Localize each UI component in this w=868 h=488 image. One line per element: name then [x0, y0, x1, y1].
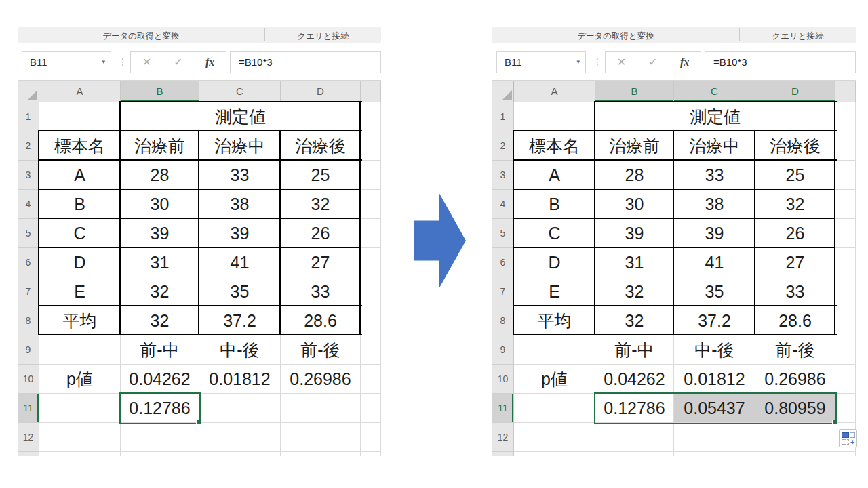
cell-C4[interactable]: 38: [674, 190, 755, 219]
cell-B13-partial[interactable]: [121, 452, 199, 456]
cell-A10[interactable]: p値: [39, 365, 121, 394]
row-header-11[interactable]: 11: [18, 394, 39, 423]
cell-A3[interactable]: A: [514, 161, 595, 190]
cell-E7[interactable]: [835, 277, 856, 306]
row-header-6[interactable]: 6: [492, 248, 514, 277]
cell-A8[interactable]: 平均: [514, 306, 595, 336]
cell-B5[interactable]: 39: [121, 219, 199, 248]
cell-B3[interactable]: 28: [121, 161, 199, 190]
cancel-icon[interactable]: ✕: [142, 56, 151, 68]
cancel-icon[interactable]: ✕: [617, 56, 626, 68]
cell-D2[interactable]: 治療後: [281, 131, 361, 161]
chevron-down-icon[interactable]: ▾: [576, 52, 580, 73]
cell-B1-D1-merged[interactable]: 測定値: [121, 102, 361, 131]
cell-C4[interactable]: 38: [199, 190, 281, 219]
cell-B6[interactable]: 31: [121, 248, 199, 277]
column-header-E-partial[interactable]: [835, 81, 856, 102]
cell-E2[interactable]: [361, 131, 381, 161]
cell-A13-partial[interactable]: [514, 452, 595, 456]
cell-D9[interactable]: 前-後: [281, 336, 361, 365]
cell-E8[interactable]: [835, 306, 856, 336]
row-header-5[interactable]: 5: [492, 219, 514, 248]
cell-C3[interactable]: 33: [199, 161, 281, 190]
cell-C11-selected[interactable]: 0.05437: [674, 394, 755, 423]
column-header-D[interactable]: D: [281, 81, 361, 102]
cell-E1[interactable]: [361, 102, 381, 131]
cell-D12[interactable]: [281, 423, 361, 452]
cell-B10[interactable]: 0.04262: [595, 365, 674, 394]
cell-D3[interactable]: 25: [281, 161, 361, 190]
row-header-1[interactable]: 1: [18, 102, 39, 131]
cell-A3[interactable]: A: [39, 161, 121, 190]
cell-E2[interactable]: [835, 131, 856, 161]
cell-B8[interactable]: 32: [121, 306, 199, 336]
row-header-5[interactable]: 5: [18, 219, 39, 248]
row-header-8[interactable]: 8: [18, 306, 39, 336]
cell-D4[interactable]: 32: [755, 190, 835, 219]
insert-function-icon[interactable]: fx: [205, 56, 214, 68]
enter-icon[interactable]: ✓: [174, 56, 182, 68]
cell-E13-partial[interactable]: [361, 452, 381, 456]
cell-C10[interactable]: 0.01812: [674, 365, 755, 394]
column-header-B[interactable]: B: [595, 81, 674, 102]
column-header-D[interactable]: D: [755, 81, 835, 102]
cell-B12[interactable]: [595, 423, 674, 452]
cell-A11[interactable]: [39, 394, 121, 423]
name-box[interactable]: B11▾: [22, 51, 111, 73]
cell-B3[interactable]: 28: [595, 161, 674, 190]
cell-B9[interactable]: 前-中: [595, 336, 674, 365]
cell-D6[interactable]: 27: [755, 248, 835, 277]
column-header-B[interactable]: B: [121, 81, 199, 102]
chevron-down-icon[interactable]: ▾: [102, 52, 105, 73]
row-header-9[interactable]: 9: [18, 336, 39, 365]
cell-E3[interactable]: [361, 161, 381, 190]
insert-function-icon[interactable]: fx: [680, 56, 689, 68]
column-header-A[interactable]: A: [514, 81, 595, 102]
column-header-A[interactable]: A: [39, 81, 121, 102]
cell-C12[interactable]: [199, 423, 281, 452]
cell-A5[interactable]: C: [514, 219, 595, 248]
cell-A13-partial[interactable]: [39, 452, 121, 456]
cell-A9[interactable]: [39, 336, 121, 365]
fill-handle[interactable]: [196, 420, 201, 425]
cell-D7[interactable]: 33: [281, 277, 361, 306]
cell-E11[interactable]: [835, 394, 856, 423]
cell-D11-selected[interactable]: 0.80959: [755, 394, 835, 423]
cell-A7[interactable]: E: [514, 277, 595, 306]
cell-D4[interactable]: 32: [281, 190, 361, 219]
auto-fill-options-button[interactable]: +: [839, 429, 857, 447]
cell-B7[interactable]: 32: [121, 277, 199, 306]
cell-B2[interactable]: 治療前: [121, 131, 199, 161]
cell-E3[interactable]: [835, 161, 856, 190]
cell-C5[interactable]: 39: [199, 219, 281, 248]
column-header-E-partial[interactable]: [361, 81, 381, 102]
row-header-13-partial[interactable]: [492, 452, 514, 456]
cell-C9[interactable]: 中-後: [199, 336, 281, 365]
select-all-corner[interactable]: [492, 81, 514, 102]
cell-E8[interactable]: [361, 306, 381, 336]
cell-E7[interactable]: [361, 277, 381, 306]
cell-C13-partial[interactable]: [674, 452, 755, 456]
cell-A2[interactable]: 標本名: [39, 131, 121, 161]
cell-A10[interactable]: p値: [514, 365, 595, 394]
cell-D6[interactable]: 27: [281, 248, 361, 277]
cell-E4[interactable]: [361, 190, 381, 219]
row-header-3[interactable]: 3: [492, 161, 514, 190]
cell-C7[interactable]: 35: [674, 277, 755, 306]
row-header-13-partial[interactable]: [18, 452, 39, 456]
cell-C10[interactable]: 0.01812: [199, 365, 281, 394]
cell-B1-D1-merged[interactable]: 測定値: [595, 102, 835, 131]
cell-A2[interactable]: 標本名: [514, 131, 595, 161]
cell-A9[interactable]: [514, 336, 595, 365]
cell-D7[interactable]: 33: [755, 277, 835, 306]
cell-E13-partial[interactable]: [835, 452, 856, 456]
cell-E9[interactable]: [835, 336, 856, 365]
row-header-1[interactable]: 1: [492, 102, 514, 131]
cell-A6[interactable]: D: [39, 248, 121, 277]
row-header-10[interactable]: 10: [492, 365, 514, 394]
cell-E9[interactable]: [361, 336, 381, 365]
cell-E5[interactable]: [361, 219, 381, 248]
cell-D5[interactable]: 26: [755, 219, 835, 248]
row-header-4[interactable]: 4: [18, 190, 39, 219]
row-header-4[interactable]: 4: [492, 190, 514, 219]
